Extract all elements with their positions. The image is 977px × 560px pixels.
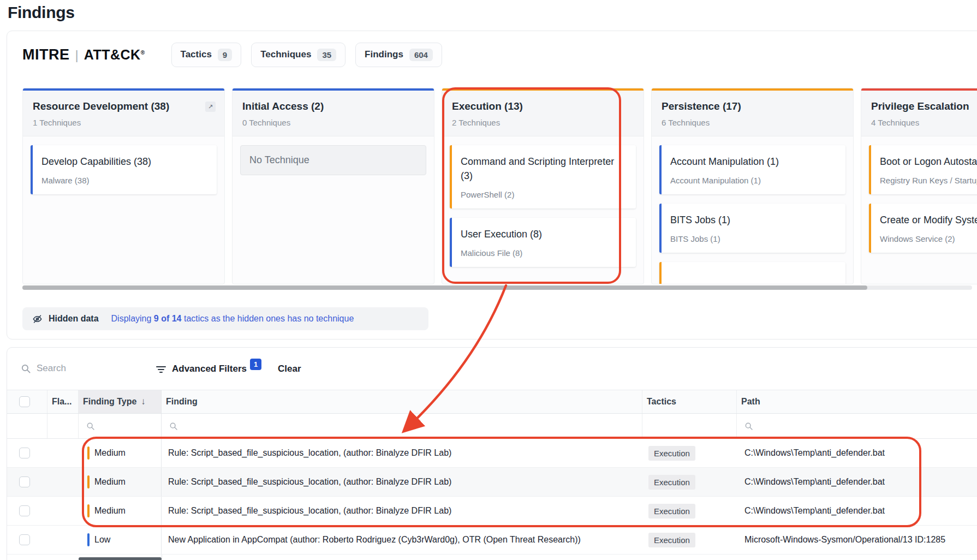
technique-card-create-or-modify-system-process[interactable]: Create or Modify System Process (2) Wind… xyxy=(869,204,977,253)
attack-tabs: Tactics 9 Techniques 35 Findings 604 xyxy=(171,43,442,67)
finding-type-cell: Medium xyxy=(79,497,162,525)
table-header-row: Fla... Finding Type↓ Finding Tactics Pat… xyxy=(7,390,977,414)
sort-descending-icon: ↓ xyxy=(141,396,146,407)
tactics-count-badge: 9 xyxy=(218,49,232,61)
technique-card-command-and-scripting-interpreter[interactable]: Command and Scripting Interpreter (3) Po… xyxy=(450,145,636,208)
select-all-checkbox[interactable] xyxy=(19,396,30,407)
severity-bar xyxy=(87,533,90,546)
path-cell: C:\Windows\Temp\anti_defender.bat xyxy=(737,439,977,467)
tactic-subtitle: 1 Techniques xyxy=(33,118,215,127)
tactic-subtitle: 2 Techniques xyxy=(452,118,634,127)
technique-card-account-manipulation[interactable]: Account Manipulation (1) Account Manipul… xyxy=(659,145,845,194)
techniques-count-badge: 35 xyxy=(317,49,336,61)
mitre-attack-panel: MITRE | ATT&CK® Tactics 9 Techniques 35 … xyxy=(7,31,977,339)
finding-row[interactable]: Medium Rule: Script_based_file_suspiciou… xyxy=(7,468,977,497)
tactic-subtitle: 0 Techniques xyxy=(242,118,424,127)
search-box xyxy=(21,363,129,374)
finding-row[interactable]: Medium Rule: Script_based_file_suspiciou… xyxy=(7,439,977,468)
finding-type-filter-search-icon[interactable] xyxy=(86,422,95,431)
tab-findings[interactable]: Findings 604 xyxy=(355,43,442,67)
row-checkbox[interactable] xyxy=(19,534,30,545)
column-header-path[interactable]: Path xyxy=(737,390,977,413)
flagged-cell xyxy=(47,439,79,467)
path-cell: C:\Windows\Temp\anti_defender.bat xyxy=(737,497,977,525)
registered-mark: ® xyxy=(141,49,145,55)
tactic-column-initial-access: Initial Access (2) 0 Techniques No Techn… xyxy=(232,88,434,284)
hidden-data-bar[interactable]: Hidden data Displaying 9 of 14 tactics a… xyxy=(22,307,428,330)
search-input[interactable] xyxy=(37,363,129,374)
advanced-filters-button[interactable]: Advanced Filters 1 Clear xyxy=(156,361,301,375)
column-header-finding[interactable]: Finding xyxy=(162,390,642,413)
tab-techniques[interactable]: Techniques 35 xyxy=(251,43,345,67)
filter-icon xyxy=(156,364,166,375)
tactic-title: Privilege Escalation xyxy=(871,100,977,112)
technique-card-user-execution[interactable]: User Execution (8) Malicious File (8) xyxy=(450,218,636,267)
finding-type-cell: Medium xyxy=(79,439,162,467)
row-checkbox[interactable] xyxy=(19,476,30,487)
tactic-column-resource-development: Resource Development (38) 1 Techniques ↗… xyxy=(22,88,225,284)
finding-type-cell: Medium xyxy=(79,468,162,496)
tactic-title: Execution (13) xyxy=(452,100,634,112)
clear-filters-button[interactable]: Clear xyxy=(278,364,301,374)
tactic-tag: Execution xyxy=(648,475,695,490)
tactic-title: Resource Development (38) xyxy=(33,100,215,112)
tactic-subtitle: 6 Techniques xyxy=(662,118,843,127)
row-checkbox[interactable] xyxy=(19,505,30,516)
tactic-title: Initial Access (2) xyxy=(242,100,424,112)
flagged-cell xyxy=(47,497,79,525)
table-toolbar: Advanced Filters 1 Clear xyxy=(7,348,977,390)
column-header-flagged[interactable]: Fla... xyxy=(47,390,79,413)
kanban-scrollbar-thumb[interactable] xyxy=(22,285,867,290)
finding-row[interactable]: Medium Rule: Script_based_file_suspiciou… xyxy=(7,497,977,526)
hidden-data-description: Displaying 9 of 14 tactics as the hidden… xyxy=(111,314,354,324)
finding-cell: Rule: Script_based_file_suspicious_locat… xyxy=(162,497,642,525)
flagged-cell xyxy=(47,526,79,554)
logo-divider: | xyxy=(75,47,79,63)
hidden-data-label: Hidden data xyxy=(49,314,99,324)
finding-type-cell: Low xyxy=(79,526,162,554)
column-header-finding-type[interactable]: Finding Type↓ xyxy=(79,390,162,413)
findings-count-badge: 604 xyxy=(409,49,433,61)
tactic-tag: Execution xyxy=(648,504,695,519)
findings-table-panel: Advanced Filters 1 Clear Fla... Finding … xyxy=(7,347,977,560)
technique-card-bits-jobs[interactable]: BITS Jobs (1) BITS Jobs (1) xyxy=(659,204,845,253)
frozen-column-divider xyxy=(162,555,162,560)
tab-tactics[interactable]: Tactics 9 xyxy=(171,43,242,67)
path-cell: Microsoft-Windows-Sysmon/Operational/13 … xyxy=(737,526,977,554)
finding-row[interactable]: Low New Application in AppCompat (author… xyxy=(7,526,977,555)
open-external-icon[interactable]: ↗ xyxy=(205,102,216,112)
flagged-cell xyxy=(47,468,79,496)
path-cell: C:\Windows\Temp\anti_defender.bat xyxy=(737,468,977,496)
table-partial-row xyxy=(7,555,977,560)
table-filter-row xyxy=(7,414,977,439)
severity-bar xyxy=(87,475,90,488)
tactics-kanban: Resource Development (38) 1 Techniques ↗… xyxy=(22,88,977,284)
no-technique-card: No Technique xyxy=(240,145,426,175)
tactic-subtitle: 4 Techniques xyxy=(871,118,977,127)
tactic-tag: Execution xyxy=(648,446,695,461)
tactic-column-persistence: Persistence (17) 6 Techniques Account Ma… xyxy=(651,88,854,284)
path-filter-search-icon[interactable] xyxy=(744,422,753,431)
finding-filter-search-icon[interactable] xyxy=(169,422,178,431)
table-horizontal-scrollbar-thumb[interactable] xyxy=(79,557,162,560)
technique-card-partial[interactable] xyxy=(659,262,845,284)
search-icon xyxy=(21,364,31,374)
tactic-tag: Execution xyxy=(648,533,695,547)
tactic-column-privilege-escalation: Privilege Escalation 4 Techniques Boot o… xyxy=(861,88,977,284)
page-title: Findings xyxy=(8,3,75,22)
finding-cell: Rule: Script_based_file_suspicious_locat… xyxy=(162,439,642,467)
eye-off-icon xyxy=(32,314,43,324)
technique-card-develop-capabilities[interactable]: Develop Capabilities (38) Malware (38) xyxy=(31,145,217,194)
severity-bar xyxy=(87,504,90,517)
finding-cell: Rule: Script_based_file_suspicious_locat… xyxy=(162,468,642,496)
column-header-tactics[interactable]: Tactics xyxy=(642,390,737,413)
row-checkbox[interactable] xyxy=(19,448,30,458)
mitre-attck-logo: MITRE | ATT&CK® xyxy=(22,46,145,63)
attck-logo-text: ATT&CK® xyxy=(84,47,145,63)
tactic-title: Persistence (17) xyxy=(662,100,843,112)
mitre-logo-text: MITRE xyxy=(22,46,70,63)
severity-bar xyxy=(87,446,90,460)
technique-card-boot-or-logon-autostart[interactable]: Boot or Logon Autostart Execution (8) Re… xyxy=(869,145,977,194)
kanban-scrollbar-track[interactable] xyxy=(22,285,972,290)
tactic-column-execution: Execution (13) 2 Techniques Command and … xyxy=(442,88,644,284)
